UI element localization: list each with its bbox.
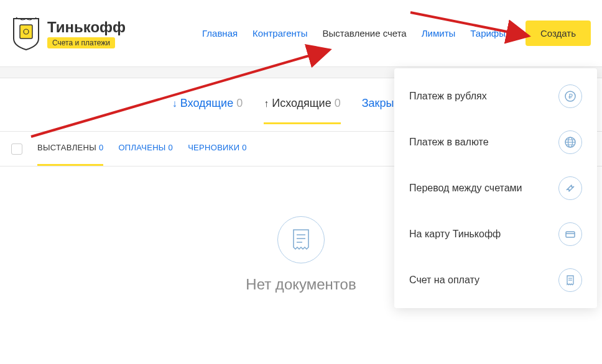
dropdown-transfer-label: Перевод между счетами <box>409 183 522 194</box>
subtab-paid-count: 0 <box>169 143 174 152</box>
nav-invoicing[interactable]: Выставление счета <box>322 28 406 39</box>
subtab-paid[interactable]: ОПЛАЧЕНЫ 0 <box>118 143 173 155</box>
tab-outgoing-label: Исходящие <box>272 97 331 110</box>
create-button[interactable]: Создать <box>526 20 591 46</box>
top-nav: Главная Контрагенты Выставление счета Ли… <box>202 20 591 46</box>
dropdown-to-card-label: На карту Тинькофф <box>409 229 501 240</box>
tab-incoming[interactable]: ↓ Входящие 0 <box>172 97 243 124</box>
transfer-icon <box>558 176 582 200</box>
nav-tariffs[interactable]: Тарифы <box>470 28 506 39</box>
subtab-drafts[interactable]: ЧЕРНОВИКИ 0 <box>188 143 247 155</box>
create-dropdown: Платеж в рублях ₽ Платеж в валюте Перево… <box>394 68 597 308</box>
subtab-issued-count: 0 <box>99 143 104 152</box>
ruble-icon: ₽ <box>558 84 582 108</box>
arrow-up-icon: ↑ <box>264 98 269 109</box>
dropdown-invoice-label: Счет на оплату <box>409 275 479 286</box>
tab-outgoing-count: 0 <box>335 97 341 110</box>
tab-incoming-label: Входящие <box>180 97 233 110</box>
svg-rect-12 <box>566 232 575 237</box>
select-all-checkbox[interactable] <box>11 143 22 155</box>
logo-title: Тинькофф <box>47 19 126 36</box>
dropdown-payment-rub-label: Платеж в рублях <box>409 91 487 102</box>
invoice-icon <box>558 268 582 292</box>
nav-home[interactable]: Главная <box>202 28 238 39</box>
nav-contractors[interactable]: Контрагенты <box>252 28 307 39</box>
dropdown-transfer[interactable]: Перевод между счетами <box>394 165 597 211</box>
logo[interactable]: Тинькофф Счета и платежи <box>11 16 126 51</box>
subtab-issued-label: ВЫСТАВЛЕНЫ <box>37 143 96 152</box>
dropdown-invoice[interactable]: Счет на оплату <box>394 257 597 303</box>
subtab-drafts-count: 0 <box>242 143 247 152</box>
receipt-icon <box>277 216 325 263</box>
arrow-down-icon: ↓ <box>172 98 177 109</box>
dropdown-payment-currency-label: Платеж в валюте <box>409 137 489 148</box>
tab-incoming-count: 0 <box>236 97 243 110</box>
header: Тинькофф Счета и платежи Главная Контраг… <box>0 0 602 67</box>
svg-text:₽: ₽ <box>568 93 573 100</box>
subtab-paid-label: ОПЛАЧЕНЫ <box>118 143 165 152</box>
logo-badge: Счета и платежи <box>47 37 115 48</box>
dropdown-to-card[interactable]: На карту Тинькофф <box>394 211 597 257</box>
nav-limits[interactable]: Лимиты <box>422 28 456 39</box>
dropdown-payment-currency[interactable]: Платеж в валюте <box>394 119 597 165</box>
subtab-issued[interactable]: ВЫСТАВЛЕНЫ 0 <box>37 143 103 155</box>
subtab-drafts-label: ЧЕРНОВИКИ <box>188 143 239 152</box>
svg-rect-0 <box>20 25 32 39</box>
card-icon <box>558 222 582 246</box>
tab-outgoing[interactable]: ↑ Исходящие 0 <box>264 97 341 124</box>
dropdown-payment-rub[interactable]: Платеж в рублях ₽ <box>394 73 597 119</box>
globe-icon <box>558 130 582 154</box>
logo-shield-icon <box>11 16 41 51</box>
